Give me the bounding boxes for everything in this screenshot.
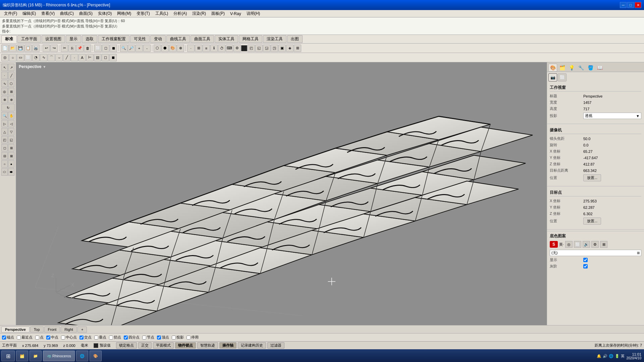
tool-c5[interactable]: ▣	[278, 45, 286, 52]
snap-perp-cb[interactable]	[94, 336, 98, 340]
env-btn-5[interactable]: ⊞	[600, 241, 607, 248]
snap-point-cb[interactable]	[35, 336, 39, 340]
left-tool-i[interactable]: ◰	[1, 136, 8, 143]
btn-planar[interactable]: 平面模式	[153, 342, 174, 349]
viewport-area[interactable]: Perspective ▼	[16, 62, 547, 325]
menu-edit[interactable]: 编辑(E)	[20, 10, 39, 17]
tool-pt[interactable]: ·	[187, 45, 195, 52]
menu-tools[interactable]: 工具(L)	[153, 10, 171, 17]
shape-dim[interactable]: ⊢	[86, 54, 94, 61]
tool-zoom-sel[interactable]: 🔎	[128, 45, 135, 52]
left-tool-f[interactable]: ◁	[8, 120, 14, 127]
rpanel-tab-material[interactable]: 🪣	[586, 64, 595, 72]
left-tool-k[interactable]: ◻	[1, 144, 8, 152]
vp-tab-top[interactable]: Top	[30, 326, 44, 333]
env-gray-checkbox[interactable]	[583, 264, 588, 268]
menu-analysis[interactable]: 分析(A)	[171, 10, 190, 17]
left-tool-e[interactable]: ▷	[1, 120, 8, 127]
shape-circle[interactable]: ○	[9, 54, 16, 61]
env-dropdown[interactable]: (无) ⊞	[550, 250, 641, 256]
taskbar-app-browser[interactable]: 🌐	[76, 351, 88, 361]
tool-paste[interactable]: 📌	[76, 45, 84, 52]
menu-transform[interactable]: 变形(T)	[134, 10, 152, 17]
tool-c2[interactable]: ◱	[255, 45, 263, 52]
snap-quad-cb[interactable]	[124, 336, 128, 340]
tab-mesh-tools[interactable]: 网格工具	[239, 35, 262, 43]
left-tool-rotate[interactable]: ↻	[1, 104, 15, 111]
btn-filter[interactable]: 过滤器	[267, 342, 284, 349]
left-tool-m[interactable]: ⊟	[1, 152, 8, 160]
taskbar-app-rhino[interactable]: 🦏 Rhinoceros	[43, 351, 75, 361]
tab-curve-tools[interactable]: 曲线工具	[166, 35, 190, 43]
env-btn-2[interactable]: ⬜	[574, 241, 581, 248]
tab-setview[interactable]: 设置视图	[42, 35, 65, 43]
tab-output[interactable]: 出图	[287, 35, 303, 43]
tool-select-all[interactable]: ⬜	[94, 45, 102, 52]
taskbar-app-paint[interactable]: 🎨	[90, 351, 102, 361]
left-tool-o[interactable]: ○	[1, 160, 8, 168]
rpanel-tab-tools[interactable]: 🔧	[577, 64, 585, 72]
left-tool-a[interactable]: ◎	[1, 88, 8, 95]
tool-delete[interactable]: 🗑	[84, 45, 91, 52]
left-tool-select[interactable]: ↗	[8, 64, 14, 71]
vp-tab-front[interactable]: Front	[44, 326, 60, 333]
rpanel-subtab-cam2[interactable]: ⬜	[558, 73, 567, 81]
rpanel-tab-layers[interactable]: 🗂️	[558, 64, 567, 72]
left-tool-l[interactable]: ⊞	[8, 144, 14, 152]
left-tool-h[interactable]: ▽	[8, 128, 14, 135]
viewport-dropdown-icon[interactable]: ▼	[43, 65, 46, 69]
snap-center-cb[interactable]	[61, 336, 65, 340]
taskbar-app-explorer[interactable]: 📁	[30, 351, 42, 361]
btn-ortho[interactable]: 正交	[138, 342, 152, 349]
tool-copy[interactable]: ⎘	[68, 45, 76, 52]
shape-rect2[interactable]: ⬜	[24, 54, 32, 61]
tool-zoom-out[interactable]: -	[143, 45, 151, 52]
left-tool-arrow[interactable]: ↖	[1, 64, 8, 71]
tool-zoom-in[interactable]: +	[136, 45, 143, 52]
left-tool-zoom[interactable]: 🔍	[1, 112, 8, 119]
tab-visibility[interactable]: 可见性	[130, 35, 150, 43]
tool-open[interactable]: 📂	[9, 45, 16, 52]
rpanel-tab-lighting[interactable]: 💡	[567, 64, 576, 72]
tool-redo[interactable]: ↪	[50, 45, 58, 52]
tool-invert[interactable]: ◼	[110, 45, 117, 52]
tab-display[interactable]: 显示	[66, 35, 81, 43]
command-input[interactable]	[10, 29, 77, 34]
left-tool-n[interactable]: ⊠	[8, 152, 14, 160]
tab-surface-tools[interactable]: 曲面工具	[191, 35, 214, 43]
tool-c4[interactable]: ◳	[271, 45, 278, 52]
close-button[interactable]: ✕	[635, 2, 641, 8]
taskbar-app-files[interactable]: 🗂️	[16, 351, 28, 361]
tab-viewport-config[interactable]: 工作视窗配置	[98, 35, 129, 43]
shape-crv2[interactable]: ⌒	[48, 54, 55, 61]
snap-knot-cb[interactable]	[142, 336, 146, 340]
left-tool-pt[interactable]: ·	[1, 72, 8, 79]
tab-transform[interactable]: 变动	[150, 35, 166, 43]
left-tool-p[interactable]: ●	[8, 160, 14, 168]
shape-line[interactable]: ╱	[63, 54, 70, 61]
menu-view[interactable]: 查看(V)	[39, 10, 57, 17]
left-tool-g[interactable]: △	[1, 128, 8, 135]
vp-tab-right[interactable]: Right	[61, 326, 77, 333]
tool-script[interactable]: ⌨	[226, 45, 233, 52]
menu-solid[interactable]: 实体(O)	[95, 10, 114, 17]
tgt-position-btn[interactable]: 放置...	[583, 218, 601, 225]
left-tool-line2[interactable]: ╱	[8, 72, 14, 79]
btn-lock-grid[interactable]: 锁定格点	[116, 342, 137, 349]
tool-render[interactable]: 🎨	[169, 45, 176, 52]
btn-history[interactable]: 记录建构历史	[238, 342, 266, 349]
btn-smarttrack[interactable]: 智慧轨迹	[197, 342, 218, 349]
snap-intersect-cb[interactable]	[79, 336, 84, 340]
shape-curve[interactable]: ∿	[40, 54, 47, 61]
projection-select[interactable]: 透视 ▼	[583, 113, 641, 119]
tool-undo[interactable]: ↩	[43, 45, 50, 52]
shape-hatching[interactable]: ▤	[94, 54, 101, 61]
tool-c3[interactable]: ◲	[263, 45, 270, 52]
shape-pt[interactable]: ·	[71, 54, 78, 61]
menu-panel[interactable]: 面板(P)	[209, 10, 227, 17]
tool-shade[interactable]: ⬢	[161, 45, 169, 52]
tool-group[interactable]: ⊞	[195, 45, 202, 52]
cam-position-btn[interactable]: 放置...	[583, 174, 601, 181]
env-show-checkbox[interactable]	[583, 258, 588, 262]
tool-layer[interactable]: ≡	[203, 45, 210, 52]
